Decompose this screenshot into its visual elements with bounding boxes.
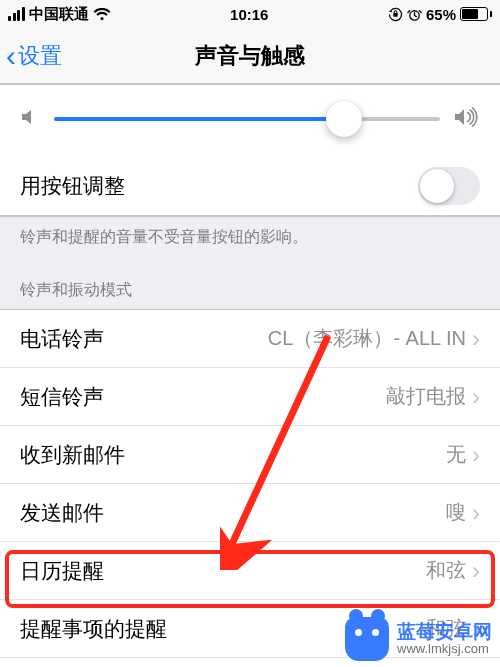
battery-icon xyxy=(460,7,492,21)
row-text-tone[interactable]: 短信铃声 敲打电报› xyxy=(0,368,500,426)
section-header: 铃声和振动模式 xyxy=(0,262,500,309)
slider-knob[interactable] xyxy=(326,101,362,137)
speaker-high-icon xyxy=(454,107,480,131)
row-value: 敲打电报 xyxy=(386,383,466,410)
row-label: 发送邮件 xyxy=(20,499,104,527)
row-label: 电话铃声 xyxy=(20,325,104,353)
wifi-icon xyxy=(93,8,111,21)
row-value: CL（李彩琳）- ALL IN xyxy=(268,325,466,352)
signal-icon xyxy=(8,7,25,21)
back-label: 设置 xyxy=(18,41,62,71)
chevron-right-icon: › xyxy=(472,325,480,353)
chevron-right-icon: › xyxy=(472,499,480,527)
status-bar: 中国联通 10:16 65% xyxy=(0,0,500,28)
svg-rect-0 xyxy=(393,13,398,17)
row-ringtone[interactable]: 电话铃声 CL（李彩琳）- ALL IN› xyxy=(0,310,500,368)
row-value: 和弦 xyxy=(426,557,466,584)
battery-percent: 65% xyxy=(426,6,456,23)
watermark-title: 蓝莓安卓网 xyxy=(397,621,492,643)
page-title: 声音与触感 xyxy=(0,41,500,71)
row-value: 嗖 xyxy=(446,499,466,526)
row-label: 用按钮调整 xyxy=(20,172,125,200)
row-value: 无 xyxy=(446,441,466,468)
watermark-url: www.lmkjsj.com xyxy=(397,642,492,657)
volume-slider[interactable] xyxy=(54,117,440,121)
row-label: 短信铃声 xyxy=(20,383,104,411)
chevron-right-icon: › xyxy=(472,557,480,585)
watermark-logo-icon xyxy=(345,617,389,661)
chevron-right-icon: › xyxy=(472,441,480,469)
volume-section: 用按钮调整 xyxy=(0,84,500,216)
row-label: 日历提醒 xyxy=(20,557,104,585)
ringtone-group: 电话铃声 CL（李彩琳）- ALL IN› 短信铃声 敲打电报› 收到新邮件 无… xyxy=(0,309,500,667)
row-calendar-alerts[interactable]: 日历提醒 和弦› xyxy=(0,542,500,600)
row-label: 提醒事项的提醒 xyxy=(20,615,167,643)
chevron-right-icon: › xyxy=(472,383,480,411)
back-button[interactable]: ‹ 设置 xyxy=(0,41,62,71)
nav-bar: ‹ 设置 声音与触感 xyxy=(0,28,500,84)
watermark: 蓝莓安卓网 www.lmkjsj.com xyxy=(345,617,492,661)
row-sent-mail[interactable]: 发送邮件 嗖› xyxy=(0,484,500,542)
status-time: 10:16 xyxy=(230,6,268,23)
footer-note: 铃声和提醒的音量不受音量按钮的影响。 xyxy=(0,217,500,262)
carrier-label: 中国联通 xyxy=(29,5,89,24)
row-new-mail[interactable]: 收到新邮件 无› xyxy=(0,426,500,484)
speaker-low-icon xyxy=(20,108,40,130)
orientation-lock-icon xyxy=(388,7,403,22)
row-use-buttons[interactable]: 用按钮调整 xyxy=(0,157,500,215)
toggle-use-buttons[interactable] xyxy=(418,167,480,205)
alarm-icon xyxy=(407,7,422,22)
row-label: 收到新邮件 xyxy=(20,441,125,469)
chevron-left-icon: ‹ xyxy=(6,41,16,71)
